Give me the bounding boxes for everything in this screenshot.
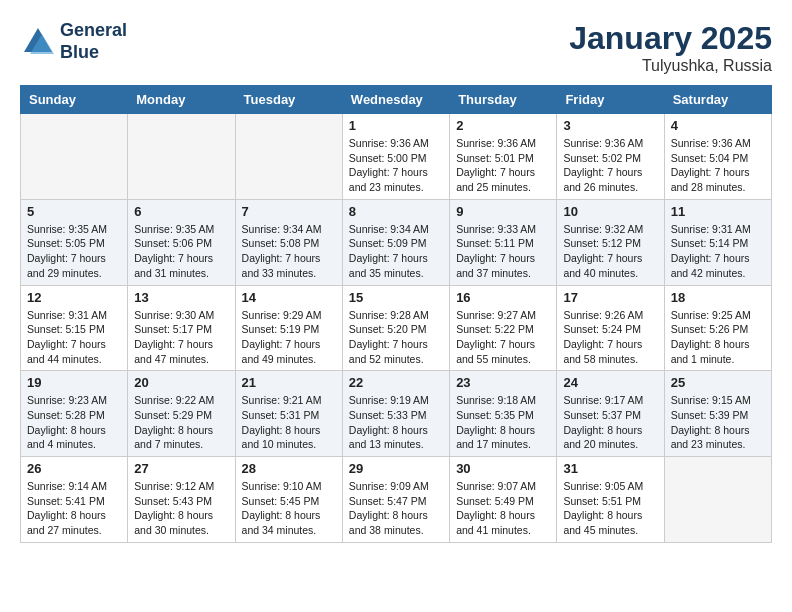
weekday-header: Monday bbox=[128, 86, 235, 114]
weekday-header: Sunday bbox=[21, 86, 128, 114]
day-info: Sunrise: 9:28 AM Sunset: 5:20 PM Dayligh… bbox=[349, 308, 443, 367]
calendar-cell: 22Sunrise: 9:19 AM Sunset: 5:33 PM Dayli… bbox=[342, 371, 449, 457]
calendar-week-row: 1Sunrise: 9:36 AM Sunset: 5:00 PM Daylig… bbox=[21, 114, 772, 200]
calendar-cell: 6Sunrise: 9:35 AM Sunset: 5:06 PM Daylig… bbox=[128, 199, 235, 285]
day-info: Sunrise: 9:34 AM Sunset: 5:08 PM Dayligh… bbox=[242, 222, 336, 281]
calendar-cell: 26Sunrise: 9:14 AM Sunset: 5:41 PM Dayli… bbox=[21, 457, 128, 543]
day-info: Sunrise: 9:15 AM Sunset: 5:39 PM Dayligh… bbox=[671, 393, 765, 452]
day-number: 3 bbox=[563, 118, 657, 133]
day-info: Sunrise: 9:09 AM Sunset: 5:47 PM Dayligh… bbox=[349, 479, 443, 538]
day-number: 26 bbox=[27, 461, 121, 476]
day-info: Sunrise: 9:17 AM Sunset: 5:37 PM Dayligh… bbox=[563, 393, 657, 452]
day-number: 7 bbox=[242, 204, 336, 219]
weekday-header: Thursday bbox=[450, 86, 557, 114]
day-number: 27 bbox=[134, 461, 228, 476]
calendar-week-row: 19Sunrise: 9:23 AM Sunset: 5:28 PM Dayli… bbox=[21, 371, 772, 457]
calendar-cell: 30Sunrise: 9:07 AM Sunset: 5:49 PM Dayli… bbox=[450, 457, 557, 543]
day-number: 24 bbox=[563, 375, 657, 390]
calendar-week-row: 12Sunrise: 9:31 AM Sunset: 5:15 PM Dayli… bbox=[21, 285, 772, 371]
day-number: 1 bbox=[349, 118, 443, 133]
day-info: Sunrise: 9:33 AM Sunset: 5:11 PM Dayligh… bbox=[456, 222, 550, 281]
day-number: 11 bbox=[671, 204, 765, 219]
day-number: 21 bbox=[242, 375, 336, 390]
day-number: 29 bbox=[349, 461, 443, 476]
day-info: Sunrise: 9:31 AM Sunset: 5:14 PM Dayligh… bbox=[671, 222, 765, 281]
calendar-cell: 9Sunrise: 9:33 AM Sunset: 5:11 PM Daylig… bbox=[450, 199, 557, 285]
calendar-cell: 16Sunrise: 9:27 AM Sunset: 5:22 PM Dayli… bbox=[450, 285, 557, 371]
calendar-cell: 17Sunrise: 9:26 AM Sunset: 5:24 PM Dayli… bbox=[557, 285, 664, 371]
day-number: 9 bbox=[456, 204, 550, 219]
calendar-cell bbox=[128, 114, 235, 200]
day-number: 14 bbox=[242, 290, 336, 305]
calendar-cell: 18Sunrise: 9:25 AM Sunset: 5:26 PM Dayli… bbox=[664, 285, 771, 371]
day-number: 19 bbox=[27, 375, 121, 390]
day-info: Sunrise: 9:29 AM Sunset: 5:19 PM Dayligh… bbox=[242, 308, 336, 367]
day-number: 4 bbox=[671, 118, 765, 133]
day-number: 6 bbox=[134, 204, 228, 219]
day-info: Sunrise: 9:21 AM Sunset: 5:31 PM Dayligh… bbox=[242, 393, 336, 452]
calendar-cell: 11Sunrise: 9:31 AM Sunset: 5:14 PM Dayli… bbox=[664, 199, 771, 285]
calendar-cell: 8Sunrise: 9:34 AM Sunset: 5:09 PM Daylig… bbox=[342, 199, 449, 285]
day-info: Sunrise: 9:22 AM Sunset: 5:29 PM Dayligh… bbox=[134, 393, 228, 452]
weekday-header: Wednesday bbox=[342, 86, 449, 114]
day-info: Sunrise: 9:14 AM Sunset: 5:41 PM Dayligh… bbox=[27, 479, 121, 538]
logo: General Blue bbox=[20, 20, 127, 63]
day-info: Sunrise: 9:19 AM Sunset: 5:33 PM Dayligh… bbox=[349, 393, 443, 452]
calendar-cell: 12Sunrise: 9:31 AM Sunset: 5:15 PM Dayli… bbox=[21, 285, 128, 371]
day-number: 25 bbox=[671, 375, 765, 390]
day-info: Sunrise: 9:36 AM Sunset: 5:04 PM Dayligh… bbox=[671, 136, 765, 195]
calendar-cell: 5Sunrise: 9:35 AM Sunset: 5:05 PM Daylig… bbox=[21, 199, 128, 285]
day-info: Sunrise: 9:27 AM Sunset: 5:22 PM Dayligh… bbox=[456, 308, 550, 367]
calendar-week-row: 26Sunrise: 9:14 AM Sunset: 5:41 PM Dayli… bbox=[21, 457, 772, 543]
day-number: 20 bbox=[134, 375, 228, 390]
day-info: Sunrise: 9:18 AM Sunset: 5:35 PM Dayligh… bbox=[456, 393, 550, 452]
calendar-cell: 15Sunrise: 9:28 AM Sunset: 5:20 PM Dayli… bbox=[342, 285, 449, 371]
calendar-cell: 27Sunrise: 9:12 AM Sunset: 5:43 PM Dayli… bbox=[128, 457, 235, 543]
calendar-cell: 1Sunrise: 9:36 AM Sunset: 5:00 PM Daylig… bbox=[342, 114, 449, 200]
day-info: Sunrise: 9:35 AM Sunset: 5:05 PM Dayligh… bbox=[27, 222, 121, 281]
day-number: 5 bbox=[27, 204, 121, 219]
day-number: 16 bbox=[456, 290, 550, 305]
logo-icon bbox=[20, 24, 56, 60]
calendar-cell: 10Sunrise: 9:32 AM Sunset: 5:12 PM Dayli… bbox=[557, 199, 664, 285]
day-info: Sunrise: 9:07 AM Sunset: 5:49 PM Dayligh… bbox=[456, 479, 550, 538]
logo-text: General Blue bbox=[60, 20, 127, 63]
calendar-cell: 4Sunrise: 9:36 AM Sunset: 5:04 PM Daylig… bbox=[664, 114, 771, 200]
month-title: January 2025 bbox=[569, 20, 772, 57]
calendar-cell: 31Sunrise: 9:05 AM Sunset: 5:51 PM Dayli… bbox=[557, 457, 664, 543]
weekday-header: Saturday bbox=[664, 86, 771, 114]
day-info: Sunrise: 9:34 AM Sunset: 5:09 PM Dayligh… bbox=[349, 222, 443, 281]
day-info: Sunrise: 9:36 AM Sunset: 5:02 PM Dayligh… bbox=[563, 136, 657, 195]
day-number: 2 bbox=[456, 118, 550, 133]
day-info: Sunrise: 9:26 AM Sunset: 5:24 PM Dayligh… bbox=[563, 308, 657, 367]
calendar-cell: 24Sunrise: 9:17 AM Sunset: 5:37 PM Dayli… bbox=[557, 371, 664, 457]
calendar-cell bbox=[664, 457, 771, 543]
day-number: 28 bbox=[242, 461, 336, 476]
day-number: 18 bbox=[671, 290, 765, 305]
day-number: 31 bbox=[563, 461, 657, 476]
page-header: General Blue January 2025 Tulyushka, Rus… bbox=[20, 20, 772, 75]
calendar: SundayMondayTuesdayWednesdayThursdayFrid… bbox=[20, 85, 772, 543]
day-info: Sunrise: 9:05 AM Sunset: 5:51 PM Dayligh… bbox=[563, 479, 657, 538]
calendar-cell: 25Sunrise: 9:15 AM Sunset: 5:39 PM Dayli… bbox=[664, 371, 771, 457]
calendar-cell: 7Sunrise: 9:34 AM Sunset: 5:08 PM Daylig… bbox=[235, 199, 342, 285]
day-number: 17 bbox=[563, 290, 657, 305]
calendar-cell: 14Sunrise: 9:29 AM Sunset: 5:19 PM Dayli… bbox=[235, 285, 342, 371]
day-number: 23 bbox=[456, 375, 550, 390]
calendar-cell: 3Sunrise: 9:36 AM Sunset: 5:02 PM Daylig… bbox=[557, 114, 664, 200]
day-info: Sunrise: 9:31 AM Sunset: 5:15 PM Dayligh… bbox=[27, 308, 121, 367]
day-info: Sunrise: 9:36 AM Sunset: 5:00 PM Dayligh… bbox=[349, 136, 443, 195]
calendar-cell: 29Sunrise: 9:09 AM Sunset: 5:47 PM Dayli… bbox=[342, 457, 449, 543]
day-info: Sunrise: 9:12 AM Sunset: 5:43 PM Dayligh… bbox=[134, 479, 228, 538]
calendar-cell: 19Sunrise: 9:23 AM Sunset: 5:28 PM Dayli… bbox=[21, 371, 128, 457]
calendar-cell: 13Sunrise: 9:30 AM Sunset: 5:17 PM Dayli… bbox=[128, 285, 235, 371]
calendar-cell: 21Sunrise: 9:21 AM Sunset: 5:31 PM Dayli… bbox=[235, 371, 342, 457]
day-info: Sunrise: 9:30 AM Sunset: 5:17 PM Dayligh… bbox=[134, 308, 228, 367]
title-block: January 2025 Tulyushka, Russia bbox=[569, 20, 772, 75]
day-number: 15 bbox=[349, 290, 443, 305]
day-number: 10 bbox=[563, 204, 657, 219]
calendar-cell bbox=[21, 114, 128, 200]
day-info: Sunrise: 9:36 AM Sunset: 5:01 PM Dayligh… bbox=[456, 136, 550, 195]
day-info: Sunrise: 9:32 AM Sunset: 5:12 PM Dayligh… bbox=[563, 222, 657, 281]
day-info: Sunrise: 9:35 AM Sunset: 5:06 PM Dayligh… bbox=[134, 222, 228, 281]
